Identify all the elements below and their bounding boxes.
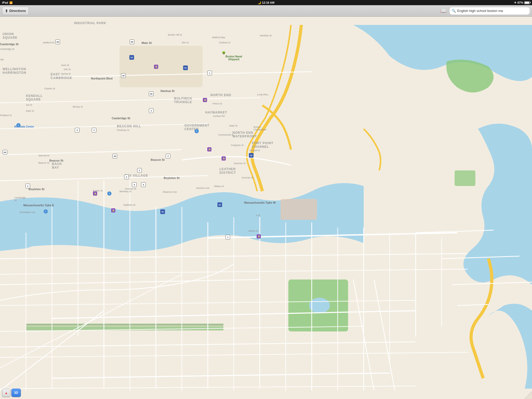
- svg-rect-6: [119, 46, 203, 87]
- device-label: iPad: [2, 1, 8, 4]
- directions-label: Directions: [9, 9, 26, 13]
- directions-button[interactable]: ⬆ Directions: [2, 7, 29, 15]
- map-svg: [0, 17, 266, 200]
- wifi-icon: 📶: [9, 1, 12, 4]
- time-display: 🌙 12:16 AM: [258, 1, 266, 4]
- time-text: 12:16 AM: [262, 1, 266, 4]
- moon-icon: 🌙: [258, 1, 261, 4]
- toolbar: ⬆ Directions 📖 🔍: [0, 5, 266, 17]
- tree-icon: 🌳: [222, 51, 226, 55]
- map-area[interactable]: INDUSTRIAL PARK UNIONSQUARE WELLINGTONHA…: [0, 17, 266, 200]
- directions-arrow-icon: ⬆: [5, 9, 8, 13]
- status-bar: iPad 📶 🌙 12:16 AM ✈ 87%: [0, 0, 266, 5]
